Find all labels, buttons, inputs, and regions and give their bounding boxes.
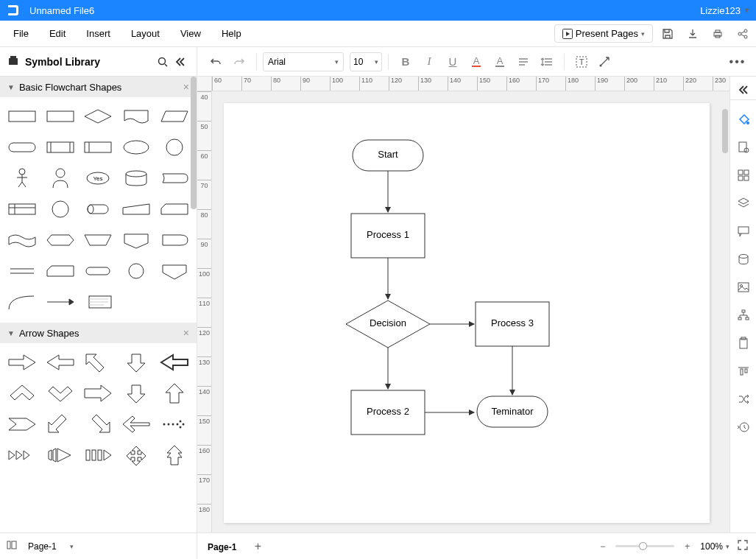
panel-align-dist[interactable] [735, 362, 752, 380]
arrow-down[interactable] [119, 349, 154, 376]
shape-database[interactable] [119, 165, 154, 191]
shape-circle3[interactable] [119, 258, 154, 284]
shape-document[interactable] [119, 103, 154, 130]
arrow-left-hollow[interactable] [157, 349, 192, 376]
panel-data[interactable] [735, 250, 752, 268]
arrow-chevron-right[interactable] [4, 411, 40, 437]
add-page-button[interactable]: + [247, 540, 269, 553]
shape-annotation[interactable] [81, 289, 116, 315]
shape-user[interactable] [43, 165, 78, 191]
shape-arc[interactable] [4, 289, 40, 315]
highlight-button[interactable]: A [489, 52, 511, 72]
menu-file[interactable]: File [3, 24, 39, 43]
font-family-select[interactable]: Arial▾ [263, 52, 344, 71]
shape-preparation[interactable] [43, 227, 78, 253]
section-basic-shapes[interactable]: ▼ Basic Flowchart Shapes × [0, 77, 197, 97]
arrow-up-double[interactable] [157, 442, 192, 468]
panel-history[interactable] [735, 418, 752, 436]
text-tool-button[interactable]: T [570, 52, 593, 72]
shape-arrow-line[interactable] [43, 289, 78, 315]
shape-terminator[interactable] [4, 134, 40, 161]
menu-help[interactable]: Help [211, 24, 252, 43]
present-pages-button[interactable]: Present Pages ▾ [554, 24, 653, 43]
shape-data[interactable] [157, 103, 192, 130]
panel-image[interactable] [735, 278, 752, 296]
shape-internal[interactable] [4, 196, 40, 222]
redo-button[interactable] [228, 52, 250, 72]
line-spacing-button[interactable] [536, 52, 558, 72]
save-button[interactable] [657, 24, 678, 44]
share-button[interactable] [732, 24, 753, 44]
shape-tape[interactable] [4, 227, 40, 253]
connector-tool-button[interactable] [594, 52, 616, 72]
align-button[interactable] [512, 52, 534, 72]
arrow-left-thin[interactable] [119, 411, 154, 437]
shape-card[interactable] [157, 196, 192, 222]
undo-button[interactable] [205, 52, 227, 72]
horizontal-ruler[interactable]: 6070809010011012013014015016017018019020… [212, 77, 729, 91]
arrow-left[interactable] [43, 349, 78, 376]
arrow-down-alt[interactable] [119, 380, 154, 407]
library-collapse-button[interactable] [172, 53, 189, 71]
shape-offpage[interactable] [119, 227, 154, 253]
page-surface[interactable]: Start Process 1 Decision Process 3 [224, 103, 710, 523]
user-menu[interactable]: Lizzie123 ▼ [700, 5, 750, 16]
right-panel-collapse[interactable] [730, 80, 756, 100]
shape-circle[interactable] [157, 134, 192, 161]
shape-cut-corner[interactable] [43, 258, 78, 284]
arrow-right[interactable] [4, 349, 40, 376]
close-section-button[interactable]: × [183, 327, 189, 339]
zoom-level-select[interactable]: 100%▾ [700, 541, 729, 552]
fit-screen-button[interactable] [737, 539, 749, 553]
print-button[interactable] [707, 24, 728, 44]
shape-shield[interactable] [157, 258, 192, 284]
shape-delay[interactable] [157, 227, 192, 253]
canvas-scrollbar[interactable] [722, 109, 728, 153]
panel-shapes[interactable] [735, 166, 752, 184]
arrow-down-right[interactable] [81, 411, 116, 437]
font-size-select[interactable]: 10▾ [350, 52, 382, 71]
underline-button[interactable]: U [442, 52, 464, 72]
panel-shuffle[interactable] [735, 390, 752, 408]
font-color-button[interactable]: A [465, 52, 487, 72]
shape-manual-input[interactable] [119, 196, 154, 222]
panel-clipboard[interactable] [735, 334, 752, 352]
shape-process-alt[interactable] [43, 103, 78, 130]
arrow-right-block[interactable] [81, 380, 116, 407]
menu-layout[interactable]: Layout [121, 24, 170, 43]
panel-comment[interactable] [735, 222, 752, 240]
sidebar-scrollbar[interactable] [191, 77, 197, 209]
panel-layers[interactable] [735, 194, 752, 212]
close-section-button[interactable]: × [183, 81, 189, 93]
arrow-chevron-down[interactable] [43, 380, 78, 407]
vertical-ruler[interactable]: 405060708090100110120130140150160170180 [197, 91, 212, 532]
arrow-up-left[interactable] [81, 349, 116, 376]
outline-button[interactable] [6, 539, 18, 553]
shape-process[interactable] [4, 103, 40, 130]
arrow-triple-right[interactable] [4, 442, 40, 468]
arrow-chevron-up[interactable] [4, 380, 40, 407]
shape-circle2[interactable] [43, 196, 78, 222]
menu-insert[interactable]: Insert [76, 24, 121, 43]
arrow-cross[interactable] [119, 442, 154, 468]
page-tab[interactable]: Page-1 [197, 533, 247, 559]
panel-fill[interactable] [735, 110, 752, 128]
zoom-thumb[interactable] [639, 542, 647, 550]
shape-stored-data[interactable] [81, 134, 116, 161]
shape-double-line[interactable] [4, 258, 40, 284]
arrow-down-left[interactable] [43, 411, 78, 437]
section-arrow-shapes[interactable]: ▼ Arrow Shapes × [0, 323, 197, 343]
shape-pill[interactable] [81, 258, 116, 284]
zoom-slider[interactable] [615, 545, 674, 547]
shape-yes-badge[interactable]: Yes [81, 165, 116, 191]
arrow-striped[interactable] [43, 442, 78, 468]
shape-actor[interactable] [4, 165, 40, 191]
shape-cylinder-h[interactable] [81, 196, 116, 222]
shape-display[interactable] [157, 165, 192, 191]
bold-button[interactable]: B [395, 52, 417, 72]
panel-hierarchy[interactable] [735, 306, 752, 324]
zoom-in-button[interactable]: + [682, 540, 693, 553]
italic-button[interactable]: I [418, 52, 440, 72]
arrow-up[interactable] [157, 380, 192, 407]
menu-edit[interactable]: Edit [39, 24, 76, 43]
